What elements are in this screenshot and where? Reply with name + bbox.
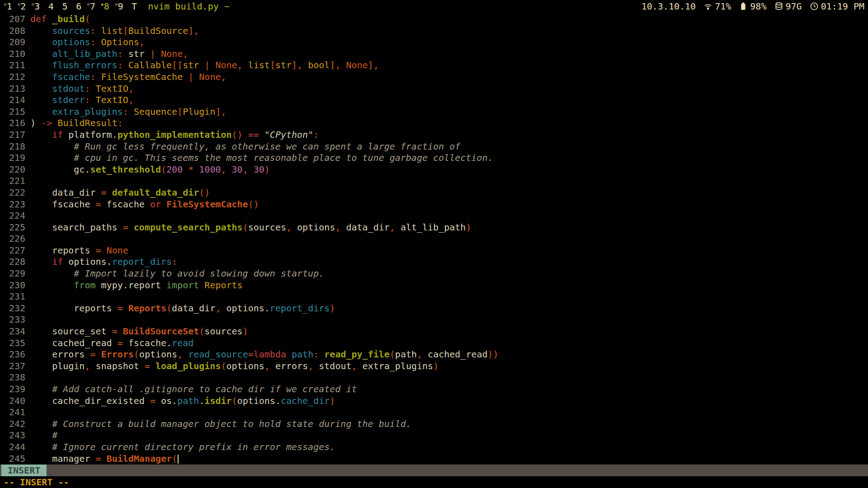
code-text: # Import lazily to avoid slowing down st… xyxy=(30,268,324,280)
code-line-235[interactable]: 235 cached_read = fscache.read xyxy=(4,338,868,349)
wifi-percent: 71% xyxy=(715,1,731,12)
tmux-window-7[interactable]: ▫7 xyxy=(87,1,101,12)
mode-badge: INSERT xyxy=(1,465,47,476)
code-text: reports = Reports(data_dir, options.repo… xyxy=(30,303,335,314)
code-line-222[interactable]: 222 data_dir = default_data_dir() xyxy=(4,187,868,199)
code-line-219[interactable]: 219 # cpu in gc. This seems the most rea… xyxy=(4,152,868,164)
tmux-window-9[interactable]: ▫9 xyxy=(115,1,129,12)
editor-buffer[interactable]: 207def _build(208 sources: list[BuildSou… xyxy=(0,14,868,465)
line-number: 213 xyxy=(4,83,30,95)
code-text: # Ignore current directory prefix in err… xyxy=(30,441,335,453)
code-line-243[interactable]: 243 # xyxy=(4,430,868,441)
code-line-221[interactable]: 221 xyxy=(4,175,868,187)
code-text: if options.report_dirs: xyxy=(30,256,177,268)
battery-icon xyxy=(739,2,748,11)
code-line-211[interactable]: 211 flush_errors: Callable[[str | None, … xyxy=(4,60,868,71)
clock-icon xyxy=(810,2,819,11)
code-line-223[interactable]: 223 fscache = fscache or FileSystemCache… xyxy=(4,199,868,211)
code-line-214[interactable]: 214 stderr: TextIO, xyxy=(4,94,868,106)
line-number: 216 xyxy=(4,117,30,129)
tmux-window-3[interactable]: ▫3 xyxy=(31,1,45,12)
line-number: 222 xyxy=(4,187,30,199)
tmux-window-1[interactable]: ▫1 xyxy=(4,1,18,12)
code-line-209[interactable]: 209 options: Options, xyxy=(4,37,868,48)
code-line-213[interactable]: 213 stdout: TextIO, xyxy=(4,83,868,95)
line-number: 238 xyxy=(4,372,30,384)
code-text: source_set = BuildSourceSet(sources) xyxy=(30,326,248,338)
system-status: 10.3.10.10 71% 98% 97G 01:19 PM xyxy=(642,1,864,12)
code-text: search_paths = compute_search_paths(sour… xyxy=(30,222,471,234)
code-line-230[interactable]: 230 from mypy.report import Reports xyxy=(4,280,868,291)
code-line-216[interactable]: 216) -> BuildResult: xyxy=(4,117,868,129)
code-text: # xyxy=(30,430,57,441)
line-number: 223 xyxy=(4,199,30,211)
code-line-210[interactable]: 210 alt_lib_path: str | None, xyxy=(4,48,868,60)
line-number: 225 xyxy=(4,222,30,234)
tmux-window-8[interactable]: ▪8 xyxy=(101,1,115,12)
line-number: 235 xyxy=(4,338,30,349)
code-line-241[interactable]: 241 xyxy=(4,407,868,418)
line-number: 219 xyxy=(4,152,30,164)
code-line-226[interactable]: 226 xyxy=(4,233,868,245)
code-text: extra_plugins: Sequence[Plugin], xyxy=(30,106,226,118)
no-marker xyxy=(45,1,48,7)
line-number: 237 xyxy=(4,361,30,372)
code-line-220[interactable]: 220 gc.set_threshold(200 * 1000, 30, 30) xyxy=(4,164,868,176)
line-number: 212 xyxy=(4,71,30,83)
code-text: options: Options, xyxy=(30,37,145,48)
code-text: # cpu in gc. This seems the most reasona… xyxy=(30,152,493,164)
code-text: plugin, snapshot = load_plugins(options,… xyxy=(30,361,439,372)
code-text: manager = BuildManager( xyxy=(30,453,179,465)
code-line-215[interactable]: 215 extra_plugins: Sequence[Plugin], xyxy=(4,106,868,118)
clock-time: 01:19 PM xyxy=(821,1,864,12)
code-line-234[interactable]: 234 source_set = BuildSourceSet(sources) xyxy=(4,326,868,338)
code-text: ) -> BuildResult: xyxy=(30,117,123,129)
code-line-240[interactable]: 240 cache_dir_existed = os.path.isdir(op… xyxy=(4,395,868,407)
code-line-229[interactable]: 229 # Import lazily to avoid slowing dow… xyxy=(4,268,868,280)
code-line-224[interactable]: 224 xyxy=(4,210,868,222)
code-line-244[interactable]: 244 # Ignore current directory prefix in… xyxy=(4,441,868,453)
tmux-window-5[interactable]: 5 xyxy=(59,1,73,12)
code-line-227[interactable]: 227 reports = None xyxy=(4,245,868,257)
code-line-245[interactable]: 245 manager = BuildManager( xyxy=(4,453,868,465)
code-line-208[interactable]: 208 sources: list[BuildSource], xyxy=(4,25,868,37)
tmux-window-2[interactable]: ▫2 xyxy=(18,1,32,12)
line-number: 245 xyxy=(4,453,30,465)
tmux-window-T[interactable]: T xyxy=(128,1,142,12)
line-number: 221 xyxy=(4,175,30,187)
code-text: stderr: TextIO, xyxy=(30,94,134,106)
code-line-207[interactable]: 207def _build( xyxy=(4,14,868,25)
tmux-window-6[interactable]: 6 xyxy=(73,1,87,12)
code-line-212[interactable]: 212 fscache: FileSystemCache | None, xyxy=(4,71,868,83)
tmux-window-4[interactable]: 4 xyxy=(45,1,59,12)
line-number: 229 xyxy=(4,268,30,280)
code-line-218[interactable]: 218 # Run gc less frequently, as otherwi… xyxy=(4,141,868,153)
code-line-225[interactable]: 225 search_paths = compute_search_paths(… xyxy=(4,222,868,234)
code-line-239[interactable]: 239 # Add catch-all .gitignore to cache … xyxy=(4,384,868,395)
code-line-217[interactable]: 217 if platform.python_implementation() … xyxy=(4,129,868,141)
code-line-231[interactable]: 231 xyxy=(4,291,868,303)
line-number: 236 xyxy=(4,349,30,361)
line-number: 228 xyxy=(4,256,30,268)
window-marker: ▫ xyxy=(4,1,7,7)
code-line-233[interactable]: 233 xyxy=(4,314,868,326)
code-line-236[interactable]: 236 errors = Errors(options, read_source… xyxy=(4,349,868,361)
line-number: 218 xyxy=(4,141,30,153)
code-line-237[interactable]: 237 plugin, snapshot = load_plugins(opti… xyxy=(4,361,868,372)
line-number: 215 xyxy=(4,106,30,118)
code-text: def _build( xyxy=(30,14,90,25)
text-cursor xyxy=(178,455,179,464)
code-text: # Add catch-all .gitignore to cache dir … xyxy=(30,384,357,395)
code-line-238[interactable]: 238 xyxy=(4,372,868,384)
disk-usage: 97G xyxy=(786,1,802,12)
line-number: 217 xyxy=(4,129,30,141)
code-text: # Run gc less frequently, as otherwise w… xyxy=(30,141,460,153)
code-line-228[interactable]: 228 if options.report_dirs: xyxy=(4,256,868,268)
code-line-242[interactable]: 242 # Construct a build manager object t… xyxy=(4,418,868,430)
code-text: if platform.python_implementation() == "… xyxy=(30,129,319,141)
code-text: reports = None xyxy=(30,245,128,257)
line-number: 224 xyxy=(4,210,30,222)
line-number: 241 xyxy=(4,407,30,418)
code-line-232[interactable]: 232 reports = Reports(data_dir, options.… xyxy=(4,303,868,314)
code-text: from mypy.report import Reports xyxy=(30,280,243,291)
